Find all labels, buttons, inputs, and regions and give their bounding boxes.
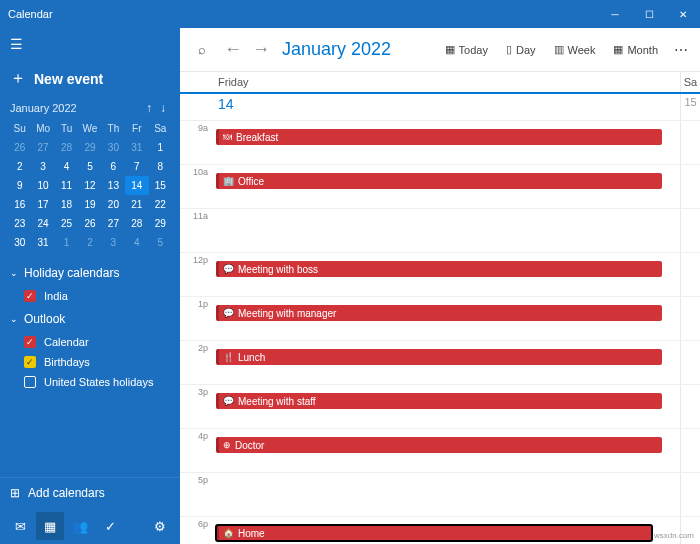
mini-cal-day[interactable]: 3 (102, 233, 125, 252)
event[interactable]: 🏠Home (216, 525, 652, 541)
next-arrow-icon[interactable]: → (250, 39, 272, 60)
mini-cal-day[interactable]: 13 (102, 176, 125, 195)
more-icon[interactable]: ⋯ (670, 42, 692, 58)
mini-cal-day[interactable]: 31 (125, 138, 148, 157)
mini-cal-day[interactable]: 7 (125, 157, 148, 176)
event[interactable]: 🏢Office (216, 173, 662, 189)
mini-cal-day[interactable]: 15 (149, 176, 172, 195)
mini-cal-day[interactable]: 1 (149, 138, 172, 157)
mini-cal-day[interactable]: 5 (78, 157, 101, 176)
mini-cal-day[interactable]: 28 (55, 138, 78, 157)
mini-cal-day[interactable]: 23 (8, 214, 31, 233)
event[interactable]: 💬Meeting with staff (216, 393, 662, 409)
settings-icon[interactable]: ⚙ (146, 512, 174, 540)
mini-cal-day[interactable]: 10 (31, 176, 54, 195)
mini-cal-day[interactable]: 1 (55, 233, 78, 252)
mini-cal-day[interactable]: 5 (149, 233, 172, 252)
mini-cal-day[interactable]: 18 (55, 195, 78, 214)
sat-cell[interactable] (680, 473, 700, 516)
mini-cal-day[interactable]: 25 (55, 214, 78, 233)
sat-cell[interactable] (680, 297, 700, 340)
mini-cal-day[interactable]: 31 (31, 233, 54, 252)
mini-cal-day[interactable]: 14 (125, 176, 148, 195)
mini-cal-day[interactable]: 3 (31, 157, 54, 176)
mini-cal-day[interactable]: 30 (8, 233, 31, 252)
time-cell[interactable]: 🍴Lunch (212, 341, 680, 384)
mini-cal-day[interactable]: 11 (55, 176, 78, 195)
todo-icon[interactable]: ✓ (96, 512, 124, 540)
mini-cal-day[interactable]: 29 (78, 138, 101, 157)
week-view-button[interactable]: ▥Week (548, 43, 602, 56)
calendar-checkbox[interactable]: ✓India (0, 286, 180, 306)
time-cell[interactable]: 🍽Breakfast (212, 121, 680, 164)
date-14[interactable]: 14 (212, 94, 680, 120)
calendar-group[interactable]: ⌄Outlook (0, 306, 180, 332)
mini-cal-day[interactable]: 8 (149, 157, 172, 176)
mini-cal-day[interactable]: 2 (8, 157, 31, 176)
calendar-checkbox[interactable]: ✓Birthdays (0, 352, 180, 372)
time-cell[interactable]: 💬Meeting with boss (212, 253, 680, 296)
sat-cell[interactable] (680, 429, 700, 472)
mini-cal-day[interactable]: 21 (125, 195, 148, 214)
mini-cal-month[interactable]: January 2022 (10, 102, 142, 114)
calendar-group[interactable]: ⌄Holiday calendars (0, 260, 180, 286)
day-view-button[interactable]: ▯Day (500, 43, 542, 56)
calendar-checkbox[interactable]: United States holidays (0, 372, 180, 392)
calendar-checkbox[interactable]: ✓Calendar (0, 332, 180, 352)
month-view-button[interactable]: ▦Month (607, 43, 664, 56)
event[interactable]: ⊕Doctor (216, 437, 662, 453)
event[interactable]: 🍽Breakfast (216, 129, 662, 145)
mini-cal-day[interactable]: 4 (55, 157, 78, 176)
people-icon[interactable]: 👥 (66, 512, 94, 540)
time-cell[interactable] (212, 209, 680, 252)
search-icon[interactable]: ⌕ (188, 36, 216, 64)
mini-cal-day[interactable]: 27 (31, 138, 54, 157)
mini-cal-day[interactable]: 26 (78, 214, 101, 233)
time-cell[interactable]: 💬Meeting with staff (212, 385, 680, 428)
mini-cal-day[interactable]: 12 (78, 176, 101, 195)
mini-cal-day[interactable]: 16 (8, 195, 31, 214)
mini-cal-day[interactable]: 19 (78, 195, 101, 214)
prev-arrow-icon[interactable]: ← (222, 39, 244, 60)
mail-icon[interactable]: ✉ (6, 512, 34, 540)
mini-cal-day[interactable]: 28 (125, 214, 148, 233)
mini-cal-prev-icon[interactable]: ↑ (142, 101, 156, 115)
mini-cal-day[interactable]: 30 (102, 138, 125, 157)
maximize-button[interactable]: ☐ (632, 0, 666, 28)
mini-cal-day[interactable]: 20 (102, 195, 125, 214)
mini-cal-day[interactable]: 26 (8, 138, 31, 157)
minimize-button[interactable]: ─ (598, 0, 632, 28)
time-cell[interactable]: ⊕Doctor (212, 429, 680, 472)
time-cell[interactable]: 💬Meeting with manager (212, 297, 680, 340)
mini-cal-day[interactable]: 22 (149, 195, 172, 214)
event[interactable]: 💬Meeting with boss (216, 261, 662, 277)
new-event-button[interactable]: ＋ New event (0, 60, 180, 101)
mini-cal-day[interactable]: 6 (102, 157, 125, 176)
sat-cell[interactable] (680, 253, 700, 296)
mini-cal-day[interactable]: 9 (8, 176, 31, 195)
mini-cal-day[interactable]: 27 (102, 214, 125, 233)
mini-cal-day[interactable]: 17 (31, 195, 54, 214)
sat-cell[interactable] (680, 209, 700, 252)
today-button[interactable]: ▦Today (439, 43, 494, 56)
calendar-icon[interactable]: ▦ (36, 512, 64, 540)
add-calendars-button[interactable]: ⊞ Add calendars (0, 477, 180, 508)
event[interactable]: 🍴Lunch (216, 349, 662, 365)
sat-cell[interactable] (680, 385, 700, 428)
time-cell[interactable]: 🏢Office (212, 165, 680, 208)
sat-cell[interactable] (680, 341, 700, 384)
event[interactable]: 💬Meeting with manager (216, 305, 662, 321)
sat-cell[interactable] (680, 121, 700, 164)
time-cell[interactable]: 🏠Home (212, 517, 680, 544)
mini-cal-next-icon[interactable]: ↓ (156, 101, 170, 115)
date-15[interactable]: 15 (680, 94, 700, 120)
mini-cal-day[interactable]: 24 (31, 214, 54, 233)
time-cell[interactable] (212, 473, 680, 516)
mini-cal-day[interactable]: 29 (149, 214, 172, 233)
close-button[interactable]: ✕ (666, 0, 700, 28)
hamburger-icon[interactable]: ☰ (0, 28, 180, 60)
mini-cal-day[interactable]: 2 (78, 233, 101, 252)
sat-cell[interactable] (680, 165, 700, 208)
current-month[interactable]: January 2022 (282, 39, 433, 60)
mini-cal-day[interactable]: 4 (125, 233, 148, 252)
